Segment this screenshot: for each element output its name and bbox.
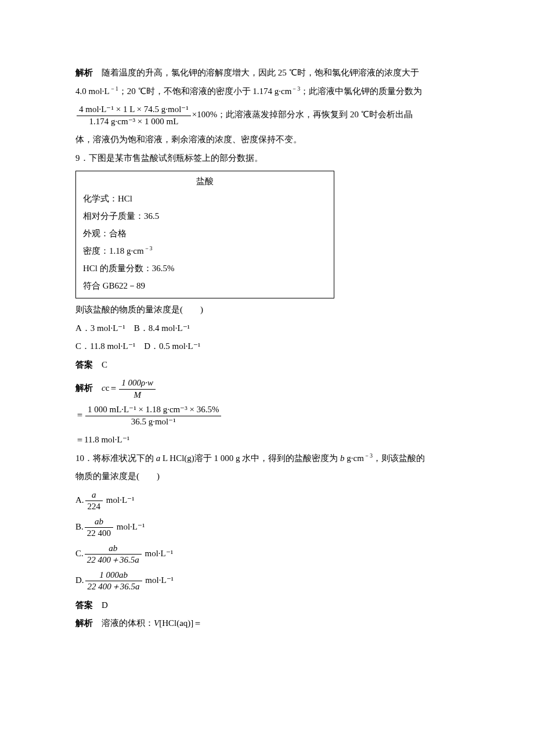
q10-D-frac: 1 000ab 22 400＋36.5a bbox=[85, 570, 142, 593]
q10-stem-b: L HCl(g)溶于 1 000 g 水中，得到的盐酸密度为 bbox=[160, 453, 340, 463]
q10-option-b[interactable]: B. ab 22 400 mol·L⁻¹ bbox=[75, 516, 459, 539]
q9-option-d[interactable]: D．0.5 mol·L⁻¹ bbox=[144, 337, 200, 356]
sup-neg3: －3 bbox=[291, 85, 300, 92]
q10-option-a[interactable]: A. a 224 mol·L⁻¹ bbox=[75, 489, 459, 513]
italic-b: b bbox=[340, 453, 345, 463]
q10-C-den-text: 22 400＋36.5a bbox=[87, 555, 139, 564]
label-standard: 符合 GB622－89 bbox=[83, 277, 327, 294]
explain-8-line4: 体，溶液仍为饱和溶液，剩余溶液的浓度、密度保持不变。 bbox=[75, 131, 459, 149]
label-appearance: 外观：合格 bbox=[83, 225, 327, 242]
q9-frac2-den: 36.5 g·mol⁻¹ bbox=[85, 416, 221, 428]
q10-B-unit: mol·L⁻¹ bbox=[114, 522, 145, 531]
q10-C-unit: mol·L⁻¹ bbox=[143, 549, 174, 558]
frac-8-after: ×100%；此溶液蒸发掉部分水，再恢复到 20 ℃时会析出晶 bbox=[192, 110, 413, 119]
reagent-label-box: 盐酸 化学式：HCl 相对分子质量：36.5 外观：合格 密度：1.18 g·c… bbox=[75, 171, 334, 298]
q10-A-pre: A. bbox=[75, 495, 84, 505]
q10-explain-line: 解析 溶液的体积：V[HCl(aq)]＝ bbox=[75, 614, 459, 633]
answer-label: 答案 bbox=[75, 360, 93, 369]
q10-B-pre: B. bbox=[75, 522, 84, 531]
q10-option-c[interactable]: C. ab 22 400＋36.5a mol·L⁻¹ bbox=[75, 543, 459, 566]
q10-A-unit: mol·L⁻¹ bbox=[104, 495, 135, 505]
q9-ask: 则该盐酸的物质的量浓度是( ) bbox=[75, 301, 459, 319]
q9-frac1-num: 1 000ρ·w bbox=[119, 377, 156, 390]
q9-options-row1: A．3 mol·L⁻¹ B．8.4 mol·L⁻¹ bbox=[75, 319, 459, 338]
explain-8-text1: 随着温度的升高，氯化钾的溶解度增大，因此 25 ℃时，饱和氯化钾溶液的浓度大于 bbox=[93, 68, 419, 77]
sup-neg3-c: －3 bbox=[364, 452, 373, 459]
q10-C-frac: ab 22 400＋36.5a bbox=[85, 543, 142, 566]
q9-explain-line2: ＝ 1 000 mL·L⁻¹ × 1.18 g·cm⁻³ × 36.5% 36.… bbox=[75, 404, 459, 427]
q9-option-b[interactable]: B．8.4 mol·L⁻¹ bbox=[134, 319, 190, 338]
label-density: 密度：1.18 g·cm－3 bbox=[83, 242, 327, 260]
q10-C-den: 22 400＋36.5a bbox=[85, 555, 142, 566]
label-formula: 化学式：HCl bbox=[83, 190, 327, 207]
q9-options-row2: C．11.8 mol·L⁻¹ D．0.5 mol·L⁻¹ bbox=[75, 337, 459, 356]
answer-label-2: 答案 bbox=[75, 600, 93, 610]
q10-A-frac: a 224 bbox=[85, 489, 103, 513]
q10-option-d[interactable]: D. 1 000ab 22 400＋36.5a mol·L⁻¹ bbox=[75, 570, 459, 593]
q9-frac1-den: M bbox=[119, 390, 156, 401]
frac-8: 4 mol·L⁻¹ × 1 L × 74.5 g·mol⁻¹ 1.174 g·c… bbox=[77, 104, 191, 127]
q9-explain-line3: ＝11.8 mol·L⁻¹ bbox=[75, 431, 459, 449]
frac-8-num: 4 mol·L⁻¹ × 1 L × 74.5 g·mol⁻¹ bbox=[77, 104, 191, 116]
q10-stem-c: g·cm bbox=[345, 453, 364, 463]
q10-B-frac: ab 22 400 bbox=[85, 516, 113, 539]
q10-B-num: ab bbox=[85, 516, 113, 528]
q10-expl-text: 溶液的体积： bbox=[93, 618, 154, 628]
q10-answer: D bbox=[93, 600, 108, 610]
page: 解析 随着温度的升高，氯化钾的溶解度增大，因此 25 ℃时，饱和氯化钾溶液的浓度… bbox=[0, 0, 534, 756]
q10-answer-line: 答案 D bbox=[75, 596, 459, 615]
explain-8-line1: 解析 随着温度的升高，氯化钾的溶解度增大，因此 25 ℃时，饱和氯化钾溶液的浓度… bbox=[75, 64, 459, 82]
q10-stem-a: 10．将标准状况下的 bbox=[75, 453, 156, 463]
q10-D-den-text: 22 400＋36.5a bbox=[88, 582, 140, 591]
label-title: 盐酸 bbox=[83, 172, 327, 190]
q9-expl-pre bbox=[93, 383, 102, 393]
sup-neg1: －1 bbox=[110, 85, 118, 92]
frac-8-den: 1.174 g·cm⁻³ × 1 000 mL bbox=[77, 116, 191, 128]
q9-frac2: 1 000 mL·L⁻¹ × 1.18 g·cm⁻³ × 36.5% 36.5 … bbox=[85, 404, 221, 427]
label-molmass: 相对分子质量：36.5 bbox=[83, 207, 327, 225]
explain-label-2: 解析 bbox=[75, 383, 93, 393]
q10-C-num: ab bbox=[85, 543, 142, 555]
q10-C-pre: C. bbox=[75, 549, 84, 558]
label-massfrac: HCl 的质量分数：36.5% bbox=[83, 260, 327, 277]
explain-label-3: 解析 bbox=[75, 618, 93, 628]
q10-A-num: a bbox=[85, 489, 103, 502]
q9-explain-line1: 解析 cc＝ 1 000ρ·w M bbox=[75, 377, 459, 401]
label-density-text: 密度：1.18 g·cm bbox=[83, 246, 144, 255]
q10-stem-line2: 物质的量浓度是( ) bbox=[75, 467, 459, 486]
explain-8-fracline: 4 mol·L⁻¹ × 1 L × 74.5 g·mol⁻¹ 1.174 g·c… bbox=[75, 104, 459, 127]
q9-eq-sign: c＝ bbox=[106, 383, 118, 393]
q10-D-pre: D. bbox=[75, 575, 84, 585]
q9-answer: C bbox=[93, 360, 107, 369]
q10-D-num: 1 000ab bbox=[85, 570, 142, 582]
explain-8-line2: 4.0 mol·L－1；20 ℃时，不饱和溶液的密度小于 1.174 g·cm－… bbox=[75, 82, 459, 101]
q10-A-den: 224 bbox=[85, 501, 103, 513]
q10-B-den: 22 400 bbox=[85, 528, 113, 539]
italic-V: V bbox=[154, 618, 159, 628]
q10-stem-line1: 10．将标准状况下的 a L HCl(g)溶于 1 000 g 水中，得到的盐酸… bbox=[75, 449, 459, 468]
q9-frac2-num: 1 000 mL·L⁻¹ × 1.18 g·cm⁻³ × 36.5% bbox=[85, 404, 221, 416]
q9-frac1: 1 000ρ·w M bbox=[119, 377, 156, 401]
q10-D-den: 22 400＋36.5a bbox=[85, 581, 142, 593]
q10-D-unit: mol·L⁻¹ bbox=[143, 575, 174, 585]
q9-stem: 9．下图是某市售盐酸试剂瓶标签上的部分数据。 bbox=[75, 149, 459, 168]
explain-8-l2c: ；此溶液中氯化钾的质量分数为 bbox=[300, 87, 422, 96]
italic-c: c bbox=[102, 383, 106, 393]
explain-8-l2b: ；20 ℃时，不饱和溶液的密度小于 1.174 g·cm bbox=[118, 87, 292, 96]
q9-option-c[interactable]: C．11.8 mol·L⁻¹ bbox=[75, 337, 135, 356]
explain-8-l2a: 4.0 mol·L bbox=[75, 87, 110, 96]
q9-answer-line: 答案 C bbox=[75, 356, 459, 375]
explain-label: 解析 bbox=[75, 68, 93, 77]
q10-stem-d: ，则该盐酸的 bbox=[373, 453, 425, 463]
q9-option-a[interactable]: A．3 mol·L⁻¹ bbox=[75, 319, 125, 338]
sup-neg3-b: －3 bbox=[144, 245, 153, 251]
q10-expl-tail: [HCl(aq)]＝ bbox=[159, 618, 202, 628]
